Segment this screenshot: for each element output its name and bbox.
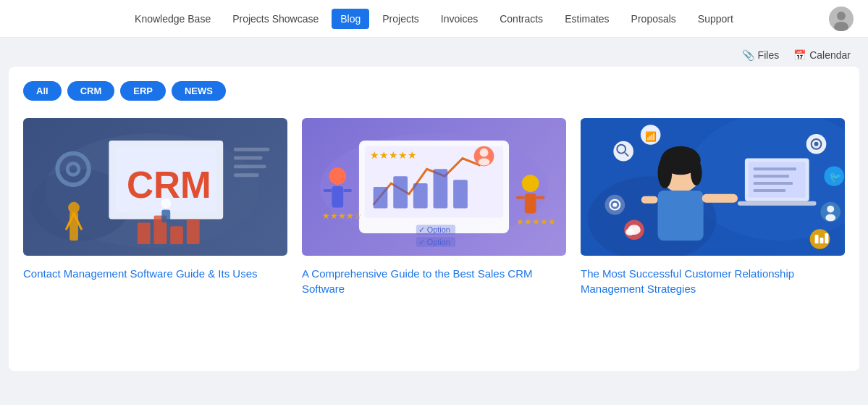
svg-rect-42 — [525, 193, 536, 214]
card-image-1: CRM — [23, 118, 287, 256]
nav-link-support[interactable]: Support — [689, 9, 742, 29]
cards-grid: CRM — [23, 118, 845, 296]
svg-text:📶: 📶 — [645, 131, 657, 143]
svg-rect-18 — [138, 222, 151, 244]
avatar[interactable] — [829, 7, 854, 31]
svg-point-55 — [658, 157, 673, 188]
svg-point-1 — [837, 12, 846, 20]
svg-text:✓ Option: ✓ Option — [418, 238, 450, 246]
svg-rect-31 — [453, 180, 468, 208]
svg-point-67 — [613, 141, 633, 162]
svg-rect-29 — [413, 183, 428, 209]
nav-link-knowledge-base[interactable]: Knowledge Base — [126, 9, 219, 29]
main-content: All CRM ERP NEWS CRM — [9, 67, 859, 371]
svg-text:★★★★★: ★★★★★ — [370, 149, 417, 161]
nav-link-contracts[interactable]: Contracts — [491, 9, 552, 29]
card-title-2: A Comprehensive Guide to the Best Sales … — [302, 266, 566, 296]
card-title-1: Contact Management Software Guide & Its … — [23, 266, 287, 281]
filter-erp[interactable]: ERP — [120, 81, 166, 101]
svg-rect-64 — [754, 175, 789, 178]
files-button[interactable]: 📎 Files — [742, 49, 780, 61]
svg-point-34 — [480, 149, 489, 157]
calendar-icon: 📅 — [793, 49, 806, 61]
navbar: Knowledge Base Projects Showcase Blog Pr… — [0, 0, 868, 38]
calendar-button[interactable]: 📅 Calendar — [793, 49, 851, 61]
svg-rect-37 — [332, 186, 343, 208]
svg-rect-63 — [754, 167, 796, 170]
svg-rect-65 — [754, 182, 793, 185]
blog-card-1[interactable]: CRM — [23, 118, 287, 296]
svg-text:★★★★☆: ★★★★☆ — [322, 211, 362, 221]
filter-crm[interactable]: CRM — [67, 81, 115, 101]
files-label: Files — [758, 49, 780, 61]
svg-rect-12 — [234, 164, 266, 168]
svg-rect-44 — [536, 196, 545, 199]
svg-rect-66 — [754, 189, 785, 192]
svg-rect-30 — [434, 169, 448, 208]
svg-rect-57 — [658, 191, 704, 241]
filter-news[interactable]: NEWS — [172, 81, 226, 101]
toolbar: 📎 Files 📅 Calendar — [0, 38, 868, 67]
svg-point-36 — [329, 167, 346, 185]
svg-text:★★★★★: ★★★★★ — [516, 217, 556, 227]
svg-point-41 — [522, 175, 539, 192]
svg-rect-23 — [161, 210, 170, 223]
svg-point-77 — [825, 214, 835, 221]
svg-point-35 — [479, 159, 490, 166]
svg-rect-20 — [170, 226, 183, 244]
svg-rect-11 — [234, 156, 262, 160]
filter-all[interactable]: All — [23, 81, 62, 101]
filter-tags: All CRM ERP NEWS — [23, 81, 845, 101]
svg-rect-62 — [738, 201, 817, 206]
nav-links: Knowledge Base Projects Showcase Blog Pr… — [126, 9, 742, 29]
svg-point-22 — [161, 199, 171, 209]
nav-link-projects[interactable]: Projects — [374, 9, 428, 29]
svg-rect-61 — [749, 162, 806, 197]
svg-point-87 — [612, 203, 617, 207]
svg-point-76 — [827, 206, 834, 213]
svg-rect-28 — [393, 176, 408, 208]
nav-link-invoices[interactable]: Invoices — [432, 9, 486, 29]
svg-rect-43 — [516, 196, 525, 199]
blog-card-3[interactable]: 🐦 — [581, 118, 845, 296]
svg-point-15 — [68, 202, 80, 214]
svg-rect-80 — [819, 238, 823, 243]
svg-rect-14 — [69, 212, 78, 241]
svg-point-84 — [625, 228, 634, 235]
blog-card-2[interactable]: ★★★★★ ★★★★☆ — [302, 118, 566, 296]
svg-rect-79 — [815, 235, 819, 243]
svg-rect-38 — [324, 189, 332, 192]
nav-link-projects-showcase[interactable]: Projects Showcase — [224, 9, 327, 29]
svg-text:✓ Option: ✓ Option — [418, 225, 450, 234]
svg-point-56 — [691, 160, 702, 186]
svg-point-72 — [814, 142, 819, 146]
nav-link-blog[interactable]: Blog — [332, 9, 369, 29]
svg-rect-39 — [343, 189, 352, 192]
nav-link-proposals[interactable]: Proposals — [623, 9, 685, 29]
card-image-2: ★★★★★ ★★★★☆ — [302, 118, 566, 256]
svg-rect-13 — [234, 173, 259, 177]
svg-rect-21 — [187, 219, 200, 244]
svg-rect-27 — [374, 187, 388, 209]
card-title-3: The Most Successful Customer Relationshi… — [581, 266, 845, 296]
svg-rect-58 — [702, 194, 738, 203]
card-image-3: 🐦 — [581, 118, 845, 256]
calendar-label: Calendar — [809, 49, 851, 61]
svg-rect-10 — [234, 148, 269, 151]
svg-rect-81 — [825, 233, 828, 243]
paperclip-icon: 📎 — [742, 49, 754, 61]
svg-text:🐦: 🐦 — [829, 171, 842, 183]
nav-link-estimates[interactable]: Estimates — [556, 9, 618, 29]
svg-rect-59 — [641, 196, 658, 204]
